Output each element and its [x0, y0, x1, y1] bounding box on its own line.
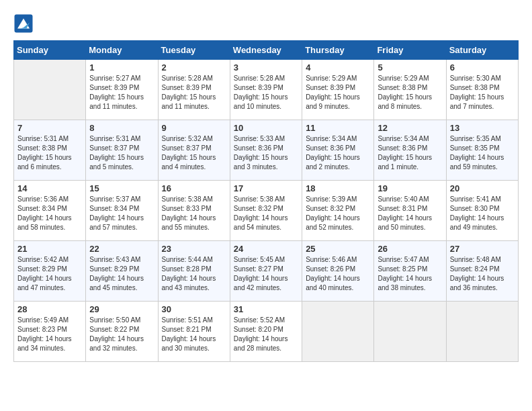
day-info: Sunrise: 5:28 AM Sunset: 8:39 PM Dayligh…	[234, 74, 298, 111]
day-number: 14	[17, 183, 82, 193]
day-number: 20	[450, 183, 515, 193]
calendar-cell: 8Sunrise: 5:31 AM Sunset: 8:37 PM Daylig…	[86, 120, 158, 181]
calendar-week-row: 14Sunrise: 5:36 AM Sunset: 8:34 PM Dayli…	[14, 181, 519, 241]
day-info: Sunrise: 5:41 AM Sunset: 8:30 PM Dayligh…	[450, 195, 515, 232]
day-number: 23	[162, 244, 226, 254]
calendar-cell: 5Sunrise: 5:29 AM Sunset: 8:38 PM Daylig…	[374, 60, 446, 120]
day-of-week-header: Friday	[374, 41, 446, 60]
day-info: Sunrise: 5:48 AM Sunset: 8:24 PM Dayligh…	[450, 255, 515, 293]
calendar-cell: 24Sunrise: 5:45 AM Sunset: 8:27 PM Dayli…	[230, 241, 302, 302]
day-info: Sunrise: 5:32 AM Sunset: 8:37 PM Dayligh…	[162, 134, 226, 172]
day-number: 9	[162, 123, 226, 133]
calendar-cell: 16Sunrise: 5:38 AM Sunset: 8:33 PM Dayli…	[158, 181, 230, 241]
day-number: 12	[378, 123, 442, 133]
day-number: 2	[162, 62, 226, 73]
day-info: Sunrise: 5:47 AM Sunset: 8:25 PM Dayligh…	[378, 255, 442, 293]
day-info: Sunrise: 5:33 AM Sunset: 8:36 PM Dayligh…	[234, 134, 298, 172]
day-number: 18	[306, 183, 370, 193]
calendar-cell	[14, 60, 86, 120]
day-number: 11	[306, 123, 370, 133]
day-info: Sunrise: 5:43 AM Sunset: 8:29 PM Dayligh…	[89, 255, 154, 293]
calendar-cell: 11Sunrise: 5:34 AM Sunset: 8:36 PM Dayli…	[302, 120, 374, 181]
day-info: Sunrise: 5:44 AM Sunset: 8:28 PM Dayligh…	[162, 255, 226, 293]
calendar-cell	[374, 302, 446, 362]
calendar-cell: 22Sunrise: 5:43 AM Sunset: 8:29 PM Dayli…	[86, 241, 158, 302]
calendar-cell: 28Sunrise: 5:49 AM Sunset: 8:23 PM Dayli…	[14, 302, 86, 362]
day-number: 26	[378, 244, 442, 254]
day-info: Sunrise: 5:34 AM Sunset: 8:36 PM Dayligh…	[306, 134, 370, 172]
calendar-cell: 4Sunrise: 5:29 AM Sunset: 8:39 PM Daylig…	[302, 60, 374, 120]
calendar-cell: 25Sunrise: 5:46 AM Sunset: 8:26 PM Dayli…	[302, 241, 374, 302]
day-info: Sunrise: 5:34 AM Sunset: 8:36 PM Dayligh…	[378, 134, 442, 172]
day-info: Sunrise: 5:46 AM Sunset: 8:26 PM Dayligh…	[306, 255, 370, 293]
day-number: 24	[234, 244, 298, 254]
day-info: Sunrise: 5:35 AM Sunset: 8:35 PM Dayligh…	[450, 134, 515, 172]
day-number: 6	[450, 62, 515, 73]
day-of-week-header: Saturday	[446, 41, 518, 60]
day-of-week-header: Wednesday	[230, 41, 302, 60]
day-number: 16	[162, 183, 226, 193]
day-of-week-header: Thursday	[302, 41, 374, 60]
logo	[13, 13, 36, 34]
day-of-week-header: Tuesday	[158, 41, 230, 60]
calendar-cell: 30Sunrise: 5:51 AM Sunset: 8:21 PM Dayli…	[158, 302, 230, 362]
day-number: 13	[450, 123, 515, 133]
calendar-cell: 13Sunrise: 5:35 AM Sunset: 8:35 PM Dayli…	[446, 120, 518, 181]
day-number: 28	[17, 304, 82, 314]
calendar-cell: 26Sunrise: 5:47 AM Sunset: 8:25 PM Dayli…	[374, 241, 446, 302]
day-info: Sunrise: 5:45 AM Sunset: 8:27 PM Dayligh…	[234, 255, 298, 293]
calendar-cell: 9Sunrise: 5:32 AM Sunset: 8:37 PM Daylig…	[158, 120, 230, 181]
calendar-week-row: 7Sunrise: 5:31 AM Sunset: 8:38 PM Daylig…	[14, 120, 519, 181]
day-number: 7	[17, 123, 82, 133]
day-info: Sunrise: 5:27 AM Sunset: 8:39 PM Dayligh…	[89, 74, 154, 111]
calendar-cell: 1Sunrise: 5:27 AM Sunset: 8:39 PM Daylig…	[86, 60, 158, 120]
day-info: Sunrise: 5:49 AM Sunset: 8:23 PM Dayligh…	[17, 316, 82, 353]
calendar-cell: 2Sunrise: 5:28 AM Sunset: 8:39 PM Daylig…	[158, 60, 230, 120]
day-number: 25	[306, 244, 370, 254]
calendar-cell	[302, 302, 374, 362]
day-info: Sunrise: 5:37 AM Sunset: 8:34 PM Dayligh…	[89, 195, 154, 232]
day-info: Sunrise: 5:36 AM Sunset: 8:34 PM Dayligh…	[17, 195, 82, 232]
day-info: Sunrise: 5:51 AM Sunset: 8:21 PM Dayligh…	[162, 316, 226, 353]
day-info: Sunrise: 5:31 AM Sunset: 8:37 PM Dayligh…	[89, 134, 154, 172]
calendar-cell: 6Sunrise: 5:30 AM Sunset: 8:38 PM Daylig…	[446, 60, 518, 120]
calendar-cell: 18Sunrise: 5:39 AM Sunset: 8:32 PM Dayli…	[302, 181, 374, 241]
day-info: Sunrise: 5:52 AM Sunset: 8:20 PM Dayligh…	[234, 316, 298, 353]
day-number: 19	[378, 183, 442, 193]
calendar-cell: 7Sunrise: 5:31 AM Sunset: 8:38 PM Daylig…	[14, 120, 86, 181]
day-number: 5	[378, 62, 442, 73]
day-info: Sunrise: 5:38 AM Sunset: 8:32 PM Dayligh…	[234, 195, 298, 232]
calendar-table: SundayMondayTuesdayWednesdayThursdayFrid…	[13, 40, 519, 362]
calendar-cell: 3Sunrise: 5:28 AM Sunset: 8:39 PM Daylig…	[230, 60, 302, 120]
day-info: Sunrise: 5:28 AM Sunset: 8:39 PM Dayligh…	[162, 74, 226, 111]
calendar-header-row: SundayMondayTuesdayWednesdayThursdayFrid…	[14, 41, 519, 60]
calendar-cell: 12Sunrise: 5:34 AM Sunset: 8:36 PM Dayli…	[374, 120, 446, 181]
day-number: 30	[162, 304, 226, 314]
day-info: Sunrise: 5:29 AM Sunset: 8:39 PM Dayligh…	[306, 74, 370, 111]
calendar-cell	[446, 302, 518, 362]
day-info: Sunrise: 5:50 AM Sunset: 8:22 PM Dayligh…	[89, 316, 154, 353]
day-number: 1	[89, 62, 154, 73]
day-number: 10	[234, 123, 298, 133]
day-number: 27	[450, 244, 515, 254]
calendar-week-row: 1Sunrise: 5:27 AM Sunset: 8:39 PM Daylig…	[14, 60, 519, 120]
calendar-cell: 10Sunrise: 5:33 AM Sunset: 8:36 PM Dayli…	[230, 120, 302, 181]
calendar-cell: 27Sunrise: 5:48 AM Sunset: 8:24 PM Dayli…	[446, 241, 518, 302]
day-number: 15	[89, 183, 154, 193]
calendar-cell: 14Sunrise: 5:36 AM Sunset: 8:34 PM Dayli…	[14, 181, 86, 241]
calendar-cell: 19Sunrise: 5:40 AM Sunset: 8:31 PM Dayli…	[374, 181, 446, 241]
calendar-cell: 20Sunrise: 5:41 AM Sunset: 8:30 PM Dayli…	[446, 181, 518, 241]
day-number: 29	[89, 304, 154, 314]
day-of-week-header: Sunday	[14, 41, 86, 60]
day-number: 3	[234, 62, 298, 73]
day-number: 21	[17, 244, 82, 254]
day-info: Sunrise: 5:30 AM Sunset: 8:38 PM Dayligh…	[450, 74, 515, 111]
day-number: 8	[89, 123, 154, 133]
calendar-cell: 23Sunrise: 5:44 AM Sunset: 8:28 PM Dayli…	[158, 241, 230, 302]
day-info: Sunrise: 5:40 AM Sunset: 8:31 PM Dayligh…	[378, 195, 442, 232]
logo-icon	[13, 13, 34, 34]
calendar-cell: 31Sunrise: 5:52 AM Sunset: 8:20 PM Dayli…	[230, 302, 302, 362]
page-header	[13, 13, 519, 34]
day-number: 22	[89, 244, 154, 254]
calendar-cell: 21Sunrise: 5:42 AM Sunset: 8:29 PM Dayli…	[14, 241, 86, 302]
